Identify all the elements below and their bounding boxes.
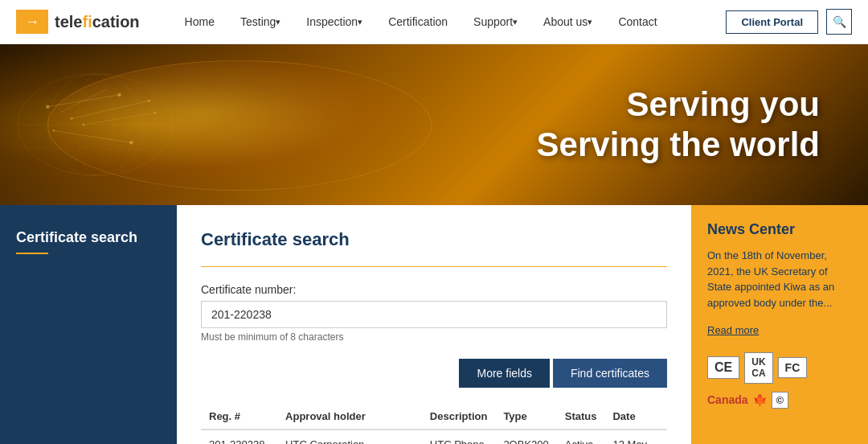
cell-reg: 201-220238 / 00 <box>201 430 277 444</box>
hero-line2: Serving the world <box>537 125 820 165</box>
ukca-logo: UKCA <box>744 352 772 384</box>
svg-point-15 <box>52 130 55 132</box>
hero-text: Serving you Serving the world <box>537 84 868 166</box>
search-icon-button[interactable]: 🔍 <box>826 9 852 35</box>
canada-mark: © <box>772 392 789 409</box>
sidebar: Certificate search <box>0 205 177 444</box>
find-certificates-button[interactable]: Find certificates <box>553 359 667 388</box>
svg-point-14 <box>148 100 150 102</box>
svg-point-12 <box>117 93 121 97</box>
news-title: News Center <box>707 221 852 238</box>
col-status: Status <box>557 404 605 430</box>
nav-contact[interactable]: Contact <box>605 0 669 44</box>
col-reg: Reg. # <box>201 404 277 430</box>
content-area: Certificate search Certificate number: M… <box>177 205 691 444</box>
cell-holder: HTC CorporationNO. 23, Xinghua Road, Tao… <box>277 430 422 444</box>
svg-point-18 <box>154 112 157 114</box>
nav-right: Client Portal 🔍 <box>726 9 852 35</box>
svg-point-17 <box>82 124 84 126</box>
col-desc: Description <box>422 404 496 430</box>
main-content: Certificate search Certificate search Ce… <box>0 205 868 444</box>
cert-number-input[interactable] <box>201 301 667 328</box>
hero-globe <box>0 44 477 205</box>
news-sidebar: News Center On the 18th of November, 202… <box>691 205 868 444</box>
nav-testing[interactable]: Testing <box>227 0 293 44</box>
canada-row: Canada 🍁 © <box>707 392 788 409</box>
nav-home[interactable]: Home <box>172 0 227 44</box>
cell-status: Active <box>557 430 605 444</box>
hero-line1: Serving you <box>537 84 820 125</box>
cell-desc: HTC Phone <box>422 430 496 444</box>
svg-point-16 <box>129 141 133 144</box>
sidebar-title: Certificate search <box>16 229 161 246</box>
svg-point-11 <box>46 105 49 108</box>
cert-logo-row1: CE UKCA FC <box>707 352 807 384</box>
logo-text: telefication <box>55 13 140 31</box>
content-title: Certificate search <box>201 229 667 250</box>
hero-banner: Serving you Serving the world <box>0 44 868 205</box>
navbar: telefication Home Testing Inspection Cer… <box>0 0 868 44</box>
nav-support[interactable]: Support <box>461 0 530 44</box>
canada-logo: Canada <box>707 393 748 406</box>
more-fields-button[interactable]: More fields <box>459 359 549 388</box>
news-text: On the 18th of November, 2021, the UK Se… <box>707 248 852 310</box>
svg-line-7 <box>72 101 149 118</box>
col-holder: Approval holder <box>277 404 422 430</box>
sidebar-underline <box>16 253 48 254</box>
nav-links: Home Testing Inspection Certification Su… <box>172 0 727 44</box>
cell-date: 12 May 2022 <box>604 430 667 444</box>
nav-inspection[interactable]: Inspection <box>293 0 375 44</box>
read-more-link[interactable]: Read more <box>707 324 759 336</box>
results-table: Reg. # Approval holder Description Type … <box>201 404 667 444</box>
cell-type: 2QBK200 <box>495 430 556 444</box>
cert-logos: CE UKCA FC Canada 🍁 © <box>707 352 852 409</box>
logo[interactable]: telefication <box>16 10 140 34</box>
button-row: More fields Find certificates <box>201 359 667 388</box>
cert-input-hint: Must be minimum of 8 characters <box>201 331 667 343</box>
svg-line-10 <box>84 113 155 125</box>
canada-leaf: 🍁 <box>753 393 767 406</box>
table-header: Reg. # Approval holder Description Type … <box>201 404 667 430</box>
ce-logo: CE <box>707 356 739 379</box>
table-body: 201-220238 / 00 HTC CorporationNO. 23, X… <box>201 430 667 444</box>
col-type: Type <box>495 404 556 430</box>
client-portal-button[interactable]: Client Portal <box>726 10 818 34</box>
fcc-logo: FC <box>778 357 808 378</box>
svg-point-13 <box>71 117 73 120</box>
content-title-underline <box>201 266 667 267</box>
nav-about[interactable]: About us <box>530 0 605 44</box>
col-date: Date <box>604 404 667 430</box>
table-row: 201-220238 / 00 HTC CorporationNO. 23, X… <box>201 430 667 444</box>
cert-number-label: Certificate number: <box>201 283 667 296</box>
nav-certification[interactable]: Certification <box>375 0 461 44</box>
logo-icon <box>16 10 48 34</box>
svg-line-8 <box>54 130 132 142</box>
